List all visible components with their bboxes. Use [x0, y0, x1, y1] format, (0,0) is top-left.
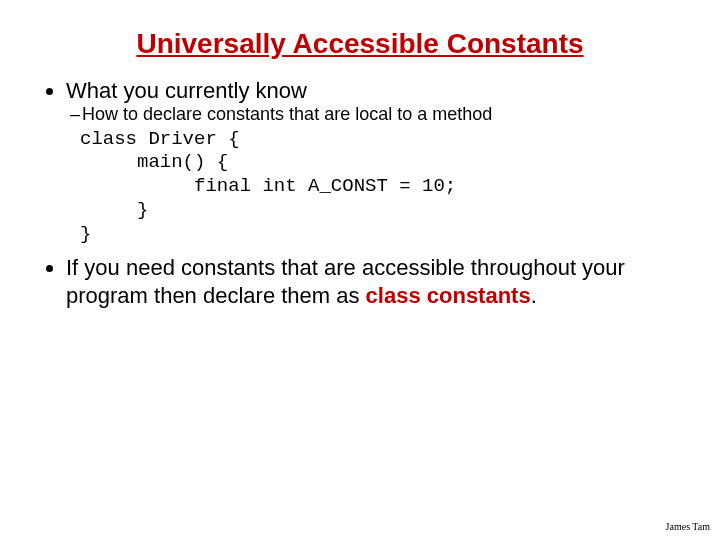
sub-bullet-1-text: How to declare constants that are local … [82, 104, 492, 124]
bullet-2-emphasis: class constants [366, 283, 531, 308]
bullet-item-2: If you need constants that are accessibl… [66, 254, 690, 309]
code-block: class Driver { main() { final int A_CONS… [80, 128, 690, 247]
footer-author: James Tam [666, 521, 710, 532]
sub-bullet-1: –How to declare constants that are local… [70, 104, 690, 126]
bullet-list: What you currently know –How to declare … [30, 78, 690, 309]
bullet-2-text-c: . [531, 283, 537, 308]
bullet-1-text: What you currently know [66, 78, 307, 103]
bullet-item-1: What you currently know –How to declare … [66, 78, 690, 246]
slide: Universally Accessible Constants What yo… [0, 0, 720, 540]
bullet-2-text-a: If you need constants that are accessibl… [66, 255, 625, 308]
slide-title: Universally Accessible Constants [30, 28, 690, 60]
dash-icon: – [70, 104, 82, 126]
